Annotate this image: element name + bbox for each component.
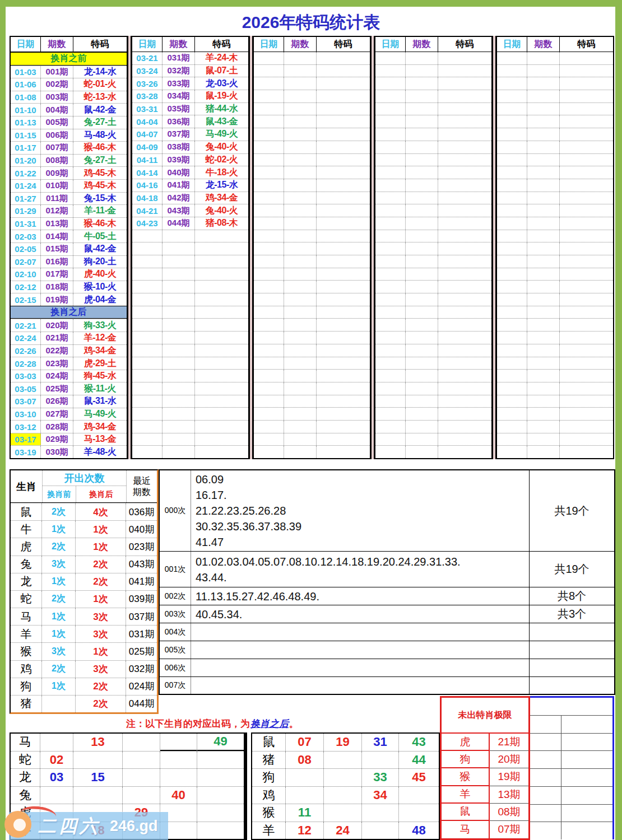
code-cell [317,293,370,306]
period-cell [406,77,438,90]
date-cell [375,128,406,141]
date-cell [375,306,406,319]
result-row: 02-05015期鼠-42-金 [11,242,127,255]
date-cell: 03-24 [132,65,163,77]
frequency-row: 003次40.45.34.共3个 [160,605,614,623]
code-cell [317,319,370,331]
date-cell [497,204,527,217]
empty-row [254,268,370,281]
code-cell [195,281,248,293]
result-row: 03-17029期马-13-金 [11,433,127,446]
empty-row [375,306,491,319]
empty-row [375,407,491,420]
after-count-cell: 1次 [76,591,126,608]
code-cell [317,128,370,141]
number-cell [399,804,439,822]
period-cell [284,395,317,408]
code-cell: 牛-05-土 [73,230,127,242]
code-cell [195,357,248,370]
period-cell: 042期 [163,192,195,204]
stats-row: 猪2次044期 [11,695,157,712]
blue-box-row [530,716,612,734]
code-cell [438,382,491,395]
period-cell [284,103,317,115]
empty-row [497,64,613,77]
code-cell: 兔-27-土 [73,116,127,129]
date-cell [254,179,284,192]
limit-period-cell: 21期 [490,734,528,751]
period-cell: 040期 [163,166,195,179]
empty-row [375,192,491,204]
period-cell [527,128,560,141]
empty-row [375,420,491,433]
date-cell [132,421,163,433]
empty-row [254,230,370,242]
empty-row [375,77,491,90]
code-cell [317,421,370,433]
result-row: 01-31013期猴-46-木 [11,217,127,230]
date-cell: 01-20 [11,155,41,167]
period-cell [406,103,438,115]
period-cell [527,332,560,344]
number-cell: 33 [362,769,399,786]
number-cell [123,734,160,751]
code-cell [438,446,491,458]
code-cell: 狗-45-水 [73,370,127,382]
code-cell: 马-13-金 [73,433,127,446]
date-cell [254,408,284,420]
result-row: 03-21031期羊-24-木 [132,52,248,64]
period-cell [284,52,317,64]
frequency-total: 共19个 [529,470,614,551]
result-row: 01-13005期兔-27-土 [11,116,127,129]
empty-row [254,90,370,102]
date-cell [254,332,284,344]
date-cell [375,446,406,458]
limit-zodiac-cell: 鼠 [442,804,490,821]
period-cell: 027期 [41,408,73,421]
numbers-line: 16.17. [196,487,529,503]
code-cell [560,332,613,344]
date-column-header: 日期 [375,37,406,52]
limit-period-cell: 07期 [490,821,528,838]
date-cell [375,421,406,433]
code-cell: 龙-03-火 [195,77,248,90]
empty-row [254,369,370,382]
after-count-cell: 1次 [76,538,126,555]
empty-row [132,433,248,446]
code-cell [195,230,248,242]
empty-row [132,331,248,344]
period-cell: 021期 [41,332,73,344]
result-row: 03-19030期羊-48-火 [11,445,127,458]
code-cell [195,395,248,408]
number-cell [362,752,399,769]
result-row: 02-12018期猴-10-火 [11,281,127,293]
date-cell [497,281,527,293]
date-cell: 01-17 [11,142,41,154]
stats-row: 羊1次3次031期 [11,625,157,642]
period-cell [284,166,317,179]
numbers-line: 30.32.35.36.37.38.39 [196,519,529,534]
date-cell [375,255,406,268]
code-cell [438,141,491,153]
before-count-cell: 1次 [42,678,76,695]
code-cell [560,90,613,102]
period-cell [527,141,560,153]
code-cell [317,281,370,293]
date-cell [497,179,527,192]
stats-row: 牛1次1次040期 [11,520,157,538]
blue-box-cell [530,751,561,768]
frequency-row: 005次 [160,641,614,659]
empty-row [375,357,491,370]
period-cell [163,421,195,433]
empty-row [497,268,613,281]
frequency-total [529,623,614,641]
date-cell [375,370,406,382]
frequency-total [529,677,614,694]
period-cell [406,230,438,242]
period-cell [527,90,560,102]
period-cell [163,344,195,357]
code-cell: 猴-10-火 [73,281,127,293]
period-cell [406,255,438,268]
empty-row [497,192,613,204]
date-cell: 04-23 [132,217,163,230]
